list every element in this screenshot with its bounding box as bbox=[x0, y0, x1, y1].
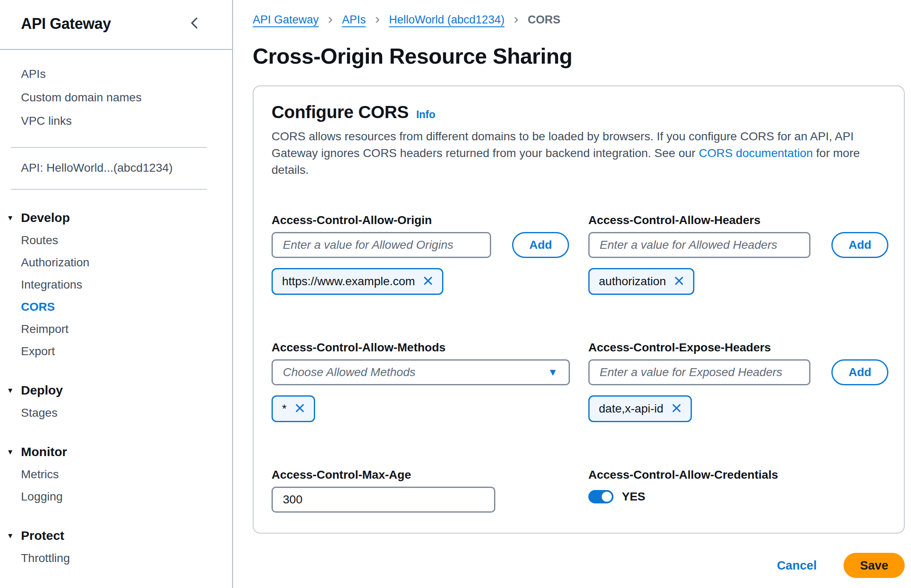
field-max-age: Access-Control-Max-Age bbox=[272, 468, 588, 513]
sidebar-header: API Gateway bbox=[0, 0, 232, 50]
info-link[interactable]: Info bbox=[416, 108, 435, 121]
allow-credentials-toggle[interactable] bbox=[588, 490, 613, 503]
sidebar-item-custom-domain-names[interactable]: Custom domain names bbox=[0, 86, 232, 109]
sidebar-item-logging[interactable]: Logging bbox=[0, 485, 232, 508]
token-exposed-header: date,x-api-id bbox=[588, 395, 692, 422]
sidebar-current-api-label: API: HelloWorld...(abcd1234) bbox=[0, 161, 232, 175]
expose-headers-tokens: date,x-api-id bbox=[588, 395, 888, 422]
sidebar-item-stages[interactable]: Stages bbox=[0, 402, 232, 424]
sidebar-top-list: APIs Custom domain names VPC links bbox=[0, 62, 232, 133]
breadcrumb-link-helloworld[interactable]: HelloWorld (abcd1234) bbox=[389, 13, 505, 26]
remove-token-button[interactable] bbox=[671, 402, 682, 415]
section-label: Deploy bbox=[21, 383, 63, 397]
sidebar-collapse-button[interactable] bbox=[188, 16, 202, 31]
cors-form: Access-Control-Allow-Origin Add https://… bbox=[272, 214, 885, 513]
allow-origin-add-button[interactable]: Add bbox=[512, 232, 569, 258]
breadcrumb-link-api-gateway[interactable]: API Gateway bbox=[253, 13, 319, 26]
field-label: Access-Control-Allow-Methods bbox=[272, 341, 588, 354]
token-allowed-header: authorization bbox=[588, 268, 694, 295]
token-allowed-method: * bbox=[272, 395, 315, 422]
cancel-button[interactable]: Cancel bbox=[777, 559, 817, 573]
field-label: Access-Control-Expose-Headers bbox=[588, 341, 888, 354]
save-button[interactable]: Save bbox=[844, 553, 905, 578]
sidebar-item-label: Custom domain names bbox=[21, 91, 142, 104]
allow-origin-input[interactable] bbox=[272, 232, 491, 258]
sidebar-divider bbox=[11, 147, 207, 148]
token-label: * bbox=[282, 402, 287, 415]
sidebar-item-cors[interactable]: CORS bbox=[0, 296, 232, 318]
sidebar-item-label: Stages bbox=[21, 406, 57, 420]
sidebar-item-label: Reimport bbox=[21, 322, 69, 336]
allow-credentials-row: YES bbox=[588, 490, 888, 503]
sidebar-nav: APIs Custom domain names VPC links API: … bbox=[0, 62, 232, 569]
remove-token-button[interactable] bbox=[294, 402, 305, 415]
sidebar-item-throttling[interactable]: Throttling bbox=[0, 547, 232, 569]
sidebar-item-export[interactable]: Export bbox=[0, 340, 232, 362]
sidebar-item-label: Export bbox=[21, 345, 55, 358]
sidebar-item-label: CORS bbox=[21, 300, 55, 314]
page-title: Cross-Origin Resource Sharing bbox=[253, 44, 905, 69]
toggle-knob bbox=[602, 492, 612, 502]
breadcrumb-current: CORS bbox=[528, 13, 560, 26]
sidebar-section-protect: ▼ Protect Throttling bbox=[0, 529, 232, 569]
field-allow-credentials: Access-Control-Allow-Credentials YES bbox=[588, 468, 888, 513]
sidebar-title: API Gateway bbox=[21, 15, 111, 33]
sidebar-item-label: Throttling bbox=[21, 552, 70, 565]
allow-methods-select[interactable]: Choose Allowed Methods ▼ bbox=[272, 359, 570, 385]
sidebar-item-apis[interactable]: APIs bbox=[0, 62, 232, 86]
panel-heading-row: Configure CORS Info bbox=[272, 102, 885, 122]
triangle-down-icon: ▼ bbox=[7, 387, 21, 394]
section-label: Protect bbox=[21, 529, 64, 543]
sidebar-section-develop-header[interactable]: ▼ Develop bbox=[0, 211, 232, 225]
breadcrumb-separator-icon: › bbox=[328, 11, 333, 26]
sidebar-item-reimport[interactable]: Reimport bbox=[0, 318, 232, 340]
sidebar-section-monitor-items: Metrics Logging bbox=[0, 463, 232, 508]
breadcrumb-separator-icon: › bbox=[375, 11, 380, 26]
close-icon bbox=[671, 402, 682, 415]
chevron-left-icon bbox=[188, 25, 202, 31]
sidebar-item-label: Authorization bbox=[21, 256, 89, 269]
sidebar-item-vpc-links[interactable]: VPC links bbox=[0, 109, 232, 133]
allow-headers-add-button[interactable]: Add bbox=[831, 232, 888, 258]
breadcrumb-link-apis[interactable]: APIs bbox=[342, 13, 366, 26]
field-label: Access-Control-Allow-Headers bbox=[588, 214, 888, 227]
app-window: API Gateway APIs Custom domain names VPC… bbox=[0, 0, 911, 588]
section-label: Monitor bbox=[21, 445, 67, 459]
expose-headers-input[interactable] bbox=[588, 359, 810, 385]
allow-headers-input[interactable] bbox=[588, 232, 810, 258]
max-age-input[interactable] bbox=[272, 487, 495, 513]
panel-heading: Configure CORS bbox=[272, 102, 409, 122]
panel-description: CORS allows resources from different dom… bbox=[272, 128, 872, 178]
sidebar-section-deploy-header[interactable]: ▼ Deploy bbox=[0, 383, 232, 397]
close-icon bbox=[422, 275, 434, 288]
remove-token-button[interactable] bbox=[422, 275, 434, 288]
token-allowed-origin: https://www.example.com bbox=[272, 268, 443, 295]
sidebar-item-metrics[interactable]: Metrics bbox=[0, 463, 232, 485]
sidebar-item-label: Logging bbox=[21, 490, 63, 503]
section-label: Develop bbox=[21, 211, 70, 225]
sidebar-section-monitor-header[interactable]: ▼ Monitor bbox=[0, 445, 232, 459]
sidebar-item-authorization[interactable]: Authorization bbox=[0, 251, 232, 273]
field-label: Access-Control-Allow-Credentials bbox=[588, 468, 888, 482]
dropdown-caret-icon: ▼ bbox=[548, 367, 558, 377]
field-allow-methods: Access-Control-Allow-Methods Choose Allo… bbox=[272, 341, 588, 422]
field-label: Access-Control-Max-Age bbox=[272, 468, 588, 482]
sidebar-item-routes[interactable]: Routes bbox=[0, 229, 232, 251]
sidebar-section-deploy: ▼ Deploy Stages bbox=[0, 383, 232, 424]
configure-cors-panel: Configure CORS Info CORS allows resource… bbox=[253, 85, 905, 534]
sidebar-section-develop-items: Routes Authorization Integrations CORS R… bbox=[0, 229, 232, 362]
sidebar-section-protect-header[interactable]: ▼ Protect bbox=[0, 529, 232, 543]
sidebar-item-integrations[interactable]: Integrations bbox=[0, 273, 232, 296]
token-label: authorization bbox=[599, 275, 666, 288]
sidebar-item-label: VPC links bbox=[21, 114, 72, 128]
close-icon bbox=[673, 275, 685, 288]
expose-headers-add-button[interactable]: Add bbox=[831, 359, 888, 385]
sidebar-item-label: Integrations bbox=[21, 278, 82, 291]
triangle-down-icon: ▼ bbox=[7, 214, 21, 222]
sidebar-item-label: Metrics bbox=[21, 468, 59, 481]
token-label: https://www.example.com bbox=[282, 275, 415, 288]
cors-documentation-link[interactable]: CORS documentation bbox=[699, 147, 813, 160]
allow-headers-tokens: authorization bbox=[588, 268, 888, 295]
remove-token-button[interactable] bbox=[673, 275, 685, 288]
triangle-down-icon: ▼ bbox=[7, 449, 21, 456]
